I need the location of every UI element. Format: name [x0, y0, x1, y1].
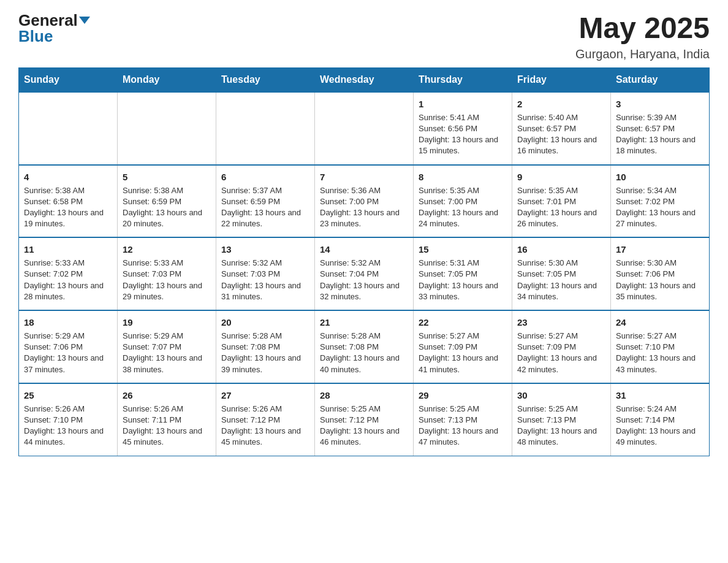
day-info: Sunset: 7:13 PM	[419, 415, 507, 426]
calendar-cell: 26Sunrise: 5:26 AMSunset: 7:11 PMDayligh…	[118, 383, 216, 456]
day-number: 29	[419, 389, 507, 402]
day-info: Daylight: 13 hours and 41 minutes.	[419, 353, 507, 375]
calendar-cell: 5Sunrise: 5:38 AMSunset: 6:59 PMDaylight…	[118, 165, 216, 238]
day-info: Sunrise: 5:25 AM	[419, 404, 507, 415]
day-number: 3	[616, 98, 704, 110]
day-info: Sunset: 7:11 PM	[123, 415, 211, 426]
day-info: Sunset: 7:08 PM	[320, 342, 408, 353]
day-number: 15	[419, 243, 507, 256]
day-info: Daylight: 13 hours and 40 minutes.	[320, 353, 408, 375]
day-info: Daylight: 13 hours and 32 minutes.	[320, 280, 408, 302]
day-info: Sunset: 7:03 PM	[221, 269, 309, 280]
calendar-week-row: 18Sunrise: 5:29 AMSunset: 7:06 PMDayligh…	[19, 310, 710, 383]
day-info: Sunrise: 5:35 AM	[517, 185, 605, 196]
day-info: Sunrise: 5:30 AM	[616, 258, 704, 269]
day-info: Sunrise: 5:37 AM	[221, 185, 309, 196]
calendar-day-header: Sunday	[19, 67, 118, 92]
day-info: Daylight: 13 hours and 43 minutes.	[616, 353, 704, 375]
calendar-cell: 25Sunrise: 5:26 AMSunset: 7:10 PMDayligh…	[19, 383, 118, 456]
day-info: Daylight: 13 hours and 22 minutes.	[221, 207, 309, 229]
calendar-cell	[216, 92, 315, 165]
calendar-cell: 6Sunrise: 5:37 AMSunset: 6:59 PMDaylight…	[216, 165, 315, 238]
day-info: Sunset: 6:59 PM	[123, 196, 211, 207]
calendar-cell: 27Sunrise: 5:26 AMSunset: 7:12 PMDayligh…	[216, 383, 315, 456]
day-number: 19	[123, 316, 211, 329]
logo-triangle-icon	[79, 17, 90, 24]
day-number: 28	[320, 389, 408, 402]
day-info: Sunset: 7:09 PM	[517, 342, 605, 353]
day-info: Sunrise: 5:26 AM	[24, 404, 112, 415]
calendar-cell: 11Sunrise: 5:33 AMSunset: 7:02 PMDayligh…	[19, 237, 118, 310]
calendar-cell: 28Sunrise: 5:25 AMSunset: 7:12 PMDayligh…	[315, 383, 414, 456]
calendar-cell: 22Sunrise: 5:27 AMSunset: 7:09 PMDayligh…	[414, 310, 512, 383]
day-info: Sunset: 7:00 PM	[320, 196, 408, 207]
day-info: Daylight: 13 hours and 28 minutes.	[24, 280, 112, 302]
day-info: Sunrise: 5:27 AM	[616, 331, 704, 342]
logo-blue-text: Blue	[18, 28, 53, 44]
calendar-day-header: Thursday	[414, 67, 512, 92]
day-info: Sunset: 7:08 PM	[221, 342, 309, 353]
calendar-day-header: Friday	[512, 67, 611, 92]
calendar-cell: 7Sunrise: 5:36 AMSunset: 7:00 PMDaylight…	[315, 165, 414, 238]
day-info: Daylight: 13 hours and 38 minutes.	[123, 353, 211, 375]
day-info: Sunrise: 5:28 AM	[320, 331, 408, 342]
calendar-cell: 23Sunrise: 5:27 AMSunset: 7:09 PMDayligh…	[512, 310, 611, 383]
day-info: Daylight: 13 hours and 42 minutes.	[517, 353, 605, 375]
day-info: Daylight: 13 hours and 31 minutes.	[221, 280, 309, 302]
calendar-cell: 13Sunrise: 5:32 AMSunset: 7:03 PMDayligh…	[216, 237, 315, 310]
day-info: Sunset: 6:58 PM	[24, 196, 112, 207]
day-info: Sunset: 7:04 PM	[320, 269, 408, 280]
day-info: Sunrise: 5:24 AM	[616, 404, 704, 415]
day-number: 9	[517, 170, 605, 183]
day-info: Daylight: 13 hours and 33 minutes.	[419, 280, 507, 302]
day-info: Daylight: 13 hours and 45 minutes.	[123, 426, 211, 448]
day-info: Daylight: 13 hours and 34 minutes.	[517, 280, 605, 302]
calendar-cell: 14Sunrise: 5:32 AMSunset: 7:04 PMDayligh…	[315, 237, 414, 310]
day-info: Daylight: 13 hours and 24 minutes.	[419, 207, 507, 229]
day-info: Sunset: 7:12 PM	[221, 415, 309, 426]
calendar-day-header: Saturday	[611, 67, 710, 92]
calendar-cell: 3Sunrise: 5:39 AMSunset: 6:57 PMDaylight…	[611, 92, 710, 165]
day-info: Sunrise: 5:29 AM	[24, 331, 112, 342]
day-info: Sunset: 6:57 PM	[517, 123, 605, 134]
calendar-cell: 12Sunrise: 5:33 AMSunset: 7:03 PMDayligh…	[118, 237, 216, 310]
day-info: Daylight: 13 hours and 19 minutes.	[24, 207, 112, 229]
calendar-cell: 31Sunrise: 5:24 AMSunset: 7:14 PMDayligh…	[611, 383, 710, 456]
day-number: 31	[616, 389, 704, 402]
calendar-week-row: 1Sunrise: 5:41 AMSunset: 6:56 PMDaylight…	[19, 92, 710, 165]
day-info: Sunrise: 5:28 AM	[221, 331, 309, 342]
calendar-table: SundayMondayTuesdayWednesdayThursdayFrid…	[18, 67, 710, 456]
day-number: 16	[517, 243, 605, 256]
day-number: 27	[221, 389, 309, 402]
day-info: Sunrise: 5:25 AM	[320, 404, 408, 415]
title-block: May 2025 Gurgaon, Haryana, India	[575, 12, 710, 61]
day-info: Daylight: 13 hours and 27 minutes.	[616, 207, 704, 229]
calendar-cell: 24Sunrise: 5:27 AMSunset: 7:10 PMDayligh…	[611, 310, 710, 383]
day-info: Sunrise: 5:34 AM	[616, 185, 704, 196]
calendar-day-header: Monday	[118, 67, 216, 92]
day-info: Sunrise: 5:27 AM	[419, 331, 507, 342]
day-info: Sunset: 7:14 PM	[616, 415, 704, 426]
calendar-cell	[19, 92, 118, 165]
day-number: 4	[24, 170, 112, 183]
day-number: 10	[616, 170, 704, 183]
day-info: Daylight: 13 hours and 26 minutes.	[517, 207, 605, 229]
day-info: Sunrise: 5:29 AM	[123, 331, 211, 342]
day-info: Sunset: 7:03 PM	[123, 269, 211, 280]
calendar-cell: 20Sunrise: 5:28 AMSunset: 7:08 PMDayligh…	[216, 310, 315, 383]
day-info: Daylight: 13 hours and 44 minutes.	[24, 426, 112, 448]
day-number: 22	[419, 316, 507, 329]
calendar-cell	[118, 92, 216, 165]
day-info: Sunset: 7:10 PM	[24, 415, 112, 426]
day-info: Sunrise: 5:38 AM	[24, 185, 112, 196]
day-info: Daylight: 13 hours and 39 minutes.	[221, 353, 309, 375]
day-info: Sunset: 7:12 PM	[320, 415, 408, 426]
calendar-cell: 19Sunrise: 5:29 AMSunset: 7:07 PMDayligh…	[118, 310, 216, 383]
calendar-week-row: 4Sunrise: 5:38 AMSunset: 6:58 PMDaylight…	[19, 165, 710, 238]
day-info: Sunrise: 5:27 AM	[517, 331, 605, 342]
day-info: Daylight: 13 hours and 23 minutes.	[320, 207, 408, 229]
location-text: Gurgaon, Haryana, India	[575, 47, 710, 61]
day-info: Sunrise: 5:33 AM	[24, 258, 112, 269]
day-info: Sunset: 7:07 PM	[123, 342, 211, 353]
day-info: Daylight: 13 hours and 37 minutes.	[24, 353, 112, 375]
